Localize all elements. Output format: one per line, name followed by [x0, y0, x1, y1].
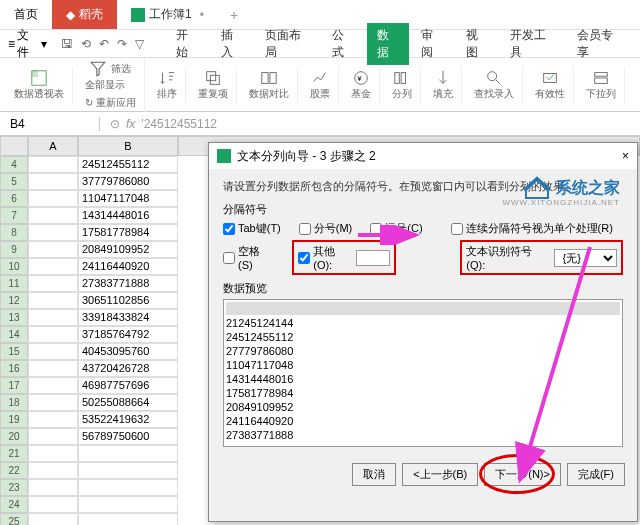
other-delimiter-input[interactable]: [356, 250, 390, 266]
cell[interactable]: [28, 241, 78, 258]
cell[interactable]: [78, 445, 178, 462]
row-header[interactable]: 4: [0, 156, 28, 173]
tab-data[interactable]: 数据: [367, 23, 409, 65]
cell[interactable]: 50255088664: [78, 394, 178, 411]
cell[interactable]: [28, 445, 78, 462]
cell[interactable]: [28, 275, 78, 292]
cell[interactable]: [28, 479, 78, 496]
ribbon-pivot[interactable]: 数据透视表: [6, 67, 73, 103]
back-icon[interactable]: ⟲: [81, 37, 91, 51]
cell[interactable]: [28, 377, 78, 394]
row-header[interactable]: 15: [0, 343, 28, 360]
row-header[interactable]: 18: [0, 394, 28, 411]
cell[interactable]: 40453095760: [78, 343, 178, 360]
cancel-button[interactable]: 取消: [352, 463, 396, 486]
cell[interactable]: [28, 224, 78, 241]
select-all-corner[interactable]: [0, 136, 28, 156]
cell[interactable]: [28, 496, 78, 513]
cell[interactable]: [28, 156, 78, 173]
tab-dev[interactable]: 开发工具: [500, 23, 565, 65]
row-header[interactable]: 22: [0, 462, 28, 479]
row-header[interactable]: 11: [0, 275, 28, 292]
tab-layout[interactable]: 页面布局: [255, 23, 320, 65]
file-menu[interactable]: ≡ 文件 ▾: [8, 27, 47, 61]
cell[interactable]: [28, 343, 78, 360]
tab-member[interactable]: 会员专享: [567, 23, 632, 65]
undo-icon[interactable]: ↶: [99, 37, 109, 51]
row-header[interactable]: 20: [0, 428, 28, 445]
cell[interactable]: 17581778984: [78, 224, 178, 241]
cell[interactable]: [28, 173, 78, 190]
close-icon[interactable]: ×: [622, 149, 629, 163]
fx-icon[interactable]: ⊙: [110, 117, 120, 131]
row-header[interactable]: 8: [0, 224, 28, 241]
cell[interactable]: 43720426728: [78, 360, 178, 377]
cell[interactable]: [28, 513, 78, 525]
cell[interactable]: [78, 479, 178, 496]
tab-daoke[interactable]: ◆稻壳: [52, 0, 117, 29]
text-qualifier-select[interactable]: {无}: [554, 249, 617, 267]
chk-space[interactable]: 空格(S): [223, 244, 274, 271]
chk-tab[interactable]: Tab键(T): [223, 221, 281, 236]
ribbon-reapply[interactable]: ↻ 重新应用: [85, 96, 136, 110]
cell[interactable]: 37779786080: [78, 173, 178, 190]
row-header[interactable]: 17: [0, 377, 28, 394]
ribbon-split[interactable]: 分列: [384, 67, 421, 103]
ribbon-fund[interactable]: ¥基金: [343, 67, 380, 103]
row-header[interactable]: 13: [0, 309, 28, 326]
ribbon-dup[interactable]: 重复项: [190, 67, 237, 103]
row-header[interactable]: 7: [0, 207, 28, 224]
row-header[interactable]: 23: [0, 479, 28, 496]
cell[interactable]: 46987757696: [78, 377, 178, 394]
save-icon[interactable]: 🖫: [61, 37, 73, 51]
chk-other[interactable]: 其他(O):: [298, 244, 353, 271]
cell[interactable]: [28, 462, 78, 479]
tab-start[interactable]: 开始: [166, 23, 208, 65]
preview-box[interactable]: 2124512414424512455112277797860801104711…: [223, 299, 623, 447]
ribbon-valid[interactable]: 有效性: [527, 67, 574, 103]
cell[interactable]: [78, 513, 178, 525]
row-header[interactable]: 12: [0, 292, 28, 309]
cell[interactable]: [28, 411, 78, 428]
cell[interactable]: [28, 207, 78, 224]
ribbon-sort[interactable]: 排序: [149, 67, 186, 103]
ribbon-showall[interactable]: 全部显示: [85, 78, 125, 92]
row-header[interactable]: 16: [0, 360, 28, 377]
col-header-b[interactable]: B: [78, 136, 178, 156]
tab-view[interactable]: 视图: [456, 23, 498, 65]
tab-review[interactable]: 审阅: [411, 23, 453, 65]
ribbon-stock[interactable]: 股票: [302, 67, 339, 103]
dropdown-icon[interactable]: ▽: [135, 37, 144, 51]
chk-comma[interactable]: 逗号(C): [370, 221, 422, 236]
row-header[interactable]: 21: [0, 445, 28, 462]
finish-button[interactable]: 完成(F): [567, 463, 625, 486]
chk-consecutive[interactable]: 连续分隔符号视为单个处理(R): [451, 221, 613, 236]
row-header[interactable]: 9: [0, 241, 28, 258]
tab-insert[interactable]: 插入: [211, 23, 253, 65]
back-button[interactable]: <上一步(B): [402, 463, 478, 486]
next-button[interactable]: 下一步(N)>: [484, 463, 561, 486]
ribbon-lookup[interactable]: 查找录入: [466, 67, 523, 103]
cell[interactable]: [28, 360, 78, 377]
row-header[interactable]: 19: [0, 411, 28, 428]
chk-semicolon[interactable]: 分号(M): [299, 221, 353, 236]
cell[interactable]: 33918433824: [78, 309, 178, 326]
cell[interactable]: 56789750600: [78, 428, 178, 445]
cell[interactable]: 27383771888: [78, 275, 178, 292]
tab-formula[interactable]: 公式: [322, 23, 364, 65]
ribbon-dropdown[interactable]: 下拉列: [578, 67, 625, 103]
row-header[interactable]: 5: [0, 173, 28, 190]
cell[interactable]: [28, 190, 78, 207]
cell[interactable]: 24512455112: [78, 156, 178, 173]
ribbon-fill[interactable]: 填充: [425, 67, 462, 103]
row-header[interactable]: 6: [0, 190, 28, 207]
cell[interactable]: [28, 394, 78, 411]
cell[interactable]: 53522419632: [78, 411, 178, 428]
ribbon-filter[interactable]: 筛选 全部显示 ↻ 重新应用: [77, 58, 145, 112]
name-box[interactable]: B4: [0, 117, 100, 131]
cell[interactable]: 11047117048: [78, 190, 178, 207]
row-header[interactable]: 24: [0, 496, 28, 513]
redo-icon[interactable]: ↷: [117, 37, 127, 51]
formula-input[interactable]: '24512455112: [141, 117, 217, 131]
row-header[interactable]: 14: [0, 326, 28, 343]
